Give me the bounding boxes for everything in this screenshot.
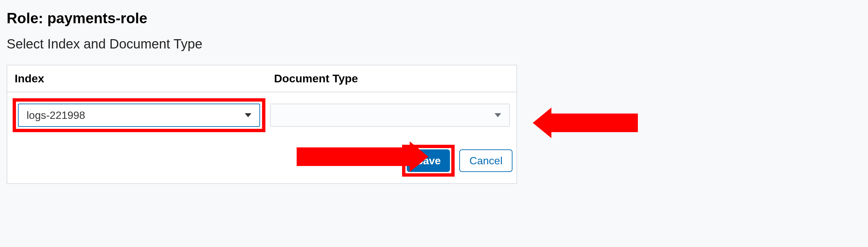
annotation-arrow-left-icon <box>533 108 638 138</box>
column-header-index: Index <box>7 65 267 92</box>
doctype-select[interactable] <box>270 104 510 127</box>
annotation-highlight-index: logs-221998 <box>13 98 266 132</box>
section-subheading: Select Index and Document Type <box>7 37 861 51</box>
index-select[interactable]: logs-221998 <box>18 104 260 127</box>
cancel-button[interactable]: Cancel <box>459 149 513 172</box>
panel-body: logs-221998 <box>7 92 517 138</box>
role-prefix: Role: <box>7 10 47 26</box>
panel-footer: Save Cancel <box>7 138 517 183</box>
save-button[interactable]: Save <box>407 149 450 172</box>
panel-header: Index Document Type <box>7 65 517 92</box>
column-header-doctype: Document Type <box>267 65 517 92</box>
role-name: payments-role <box>47 10 147 26</box>
doctype-cell <box>270 104 513 127</box>
index-select-value: logs-221998 <box>27 109 85 121</box>
role-heading: Role: payments-role <box>7 10 861 27</box>
caret-down-icon <box>245 113 251 117</box>
index-doctype-panel: Index Document Type logs-221998 <box>7 65 517 184</box>
index-cell: logs-221998 <box>11 98 270 132</box>
annotation-highlight-save: Save <box>402 145 455 177</box>
caret-down-icon <box>495 113 501 117</box>
